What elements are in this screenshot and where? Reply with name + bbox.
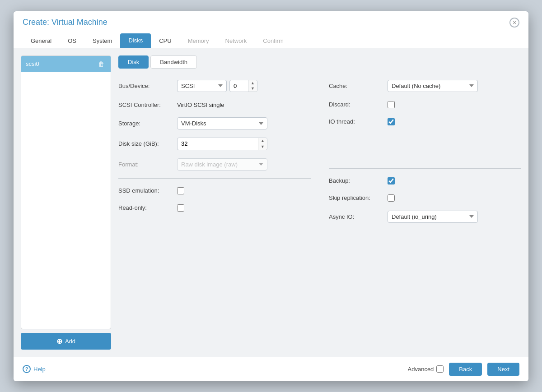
discard-label: Discard:	[329, 101, 388, 108]
disk-size-arrows: ▲ ▼	[258, 138, 267, 150]
device-number-input[interactable]	[230, 80, 248, 92]
field-scsi-controller: SCSI Controller: VirtIO SCSI single	[118, 96, 311, 113]
cache-select[interactable]: Default (No cache) No cache Write throug…	[388, 80, 478, 92]
tab-network: Network	[217, 33, 255, 48]
back-button[interactable]: Back	[449, 363, 482, 376]
tab-confirm: Confirm	[255, 33, 292, 48]
field-async-io: Async IO: Default (io_uring) io_uring na…	[329, 207, 521, 227]
skip-replication-checkbox[interactable]	[388, 194, 395, 202]
backup-checkbox[interactable]	[388, 177, 395, 184]
dialog-body: scsi0 🗑 ⊕ Add Disk Bandwidth	[14, 48, 528, 357]
dialog-footer: ? Help Advanced Back Next	[14, 357, 528, 381]
device-number-spinner[interactable]: ▲ ▼	[229, 80, 257, 92]
tab-disks[interactable]: Disks	[120, 33, 151, 48]
ssd-emulation-checkbox[interactable]	[177, 187, 184, 194]
storage-value: VM-Disks local local-lvm	[177, 117, 267, 129]
field-read-only: Read-only:	[118, 199, 311, 217]
right-config-col: Cache: Default (No cache) No cache Write…	[329, 76, 521, 350]
async-io-select[interactable]: Default (io_uring) io_uring native threa…	[388, 211, 478, 223]
device-down-arrow[interactable]: ▼	[248, 86, 257, 92]
bus-select[interactable]: SCSI IDE VirtIO Block SATA	[177, 80, 227, 92]
disk-size-down[interactable]: ▼	[258, 144, 267, 150]
skip-replication-label: Skip replication:	[329, 194, 388, 201]
field-format: Format: Raw disk image (raw)	[118, 154, 311, 175]
disk-list: scsi0 🗑	[21, 55, 111, 329]
scsi-controller-label: SCSI Controller:	[118, 101, 177, 108]
tab-memory: Memory	[180, 33, 217, 48]
disk-list-panel: scsi0 🗑 ⊕ Add	[21, 55, 111, 350]
tab-disk[interactable]: Disk	[118, 55, 149, 69]
discard-checkbox[interactable]	[388, 101, 395, 108]
field-backup: Backup:	[329, 172, 521, 189]
format-select[interactable]: Raw disk image (raw)	[177, 158, 267, 171]
disk-size-spinner[interactable]: ▲ ▼	[177, 138, 267, 150]
device-up-arrow[interactable]: ▲	[248, 80, 257, 86]
read-only-value	[177, 204, 184, 212]
io-thread-label: IO thread:	[329, 118, 388, 125]
device-spinner-arrows: ▲ ▼	[248, 80, 257, 92]
add-disk-button[interactable]: ⊕ Add	[21, 333, 111, 350]
ssd-emulation-label: SSD emulation:	[118, 187, 177, 194]
next-button[interactable]: Next	[487, 363, 519, 376]
async-io-label: Async IO:	[329, 213, 388, 220]
field-io-thread: IO thread:	[329, 113, 521, 130]
create-vm-dialog: Create: Virtual Machine × GeneralOSSyste…	[14, 11, 528, 381]
field-disk-size: Disk size (GiB): ▲ ▼	[118, 134, 311, 154]
plus-icon: ⊕	[56, 337, 62, 346]
tab-system[interactable]: System	[84, 33, 120, 48]
io-thread-checkbox[interactable]	[388, 118, 395, 125]
sub-tab-bar: Disk Bandwidth	[118, 55, 521, 69]
cache-label: Cache:	[329, 83, 388, 89]
cache-value: Default (No cache) No cache Write throug…	[388, 80, 478, 92]
tab-general[interactable]: General	[23, 33, 60, 48]
format-label: Format:	[118, 161, 177, 168]
footer-right: Advanced Back Next	[408, 363, 519, 376]
disk-config-panel: Disk Bandwidth Bus/Device: SCSI IDE Virt	[118, 55, 521, 350]
disk-size-label: Disk size (GiB):	[118, 140, 177, 147]
help-label: Help	[33, 366, 46, 373]
field-skip-replication: Skip replication:	[329, 189, 521, 207]
dialog-header: Create: Virtual Machine × GeneralOSSyste…	[14, 11, 528, 48]
advanced-row: Advanced	[408, 365, 444, 373]
read-only-checkbox[interactable]	[177, 204, 184, 212]
tab-bar: GeneralOSSystemDisksCPUMemoryNetworkConf…	[23, 33, 519, 48]
help-button[interactable]: ? Help	[23, 365, 46, 373]
close-button[interactable]: ×	[509, 18, 519, 28]
field-ssd-emulation: SSD emulation:	[118, 182, 311, 199]
disk-item-label: scsi0	[26, 60, 39, 67]
field-discard: Discard:	[329, 96, 521, 113]
field-cache: Cache: Default (No cache) No cache Write…	[329, 76, 521, 96]
bus-device-label: Bus/Device:	[118, 83, 177, 89]
skip-replication-value	[388, 194, 395, 202]
disk-size-value: ▲ ▼	[177, 138, 267, 150]
disk-size-input[interactable]	[178, 138, 258, 150]
help-icon: ?	[23, 365, 31, 373]
dialog-title: Create: Virtual Machine	[23, 18, 107, 27]
backup-value	[388, 177, 395, 184]
io-thread-value	[388, 118, 395, 125]
backup-label: Backup:	[329, 177, 388, 184]
storage-select[interactable]: VM-Disks local local-lvm	[177, 117, 267, 129]
tab-bandwidth[interactable]: Bandwidth	[150, 55, 197, 69]
advanced-label: Advanced	[408, 366, 434, 373]
format-value: Raw disk image (raw)	[177, 158, 267, 171]
tab-cpu[interactable]: CPU	[151, 33, 179, 48]
tab-os[interactable]: OS	[60, 33, 84, 48]
scsi-controller-value: VirtIO SCSI single	[177, 101, 224, 108]
add-disk-label: Add	[65, 338, 75, 345]
disk-size-up[interactable]: ▲	[258, 138, 267, 144]
field-bus-device: Bus/Device: SCSI IDE VirtIO Block SATA	[118, 76, 311, 97]
read-only-label: Read-only:	[118, 204, 177, 211]
advanced-checkbox[interactable]	[436, 365, 444, 373]
storage-label: Storage:	[118, 120, 177, 127]
bus-device-value: SCSI IDE VirtIO Block SATA ▲ ▼	[177, 80, 257, 92]
field-storage: Storage: VM-Disks local local-lvm	[118, 113, 311, 134]
async-io-value: Default (io_uring) io_uring native threa…	[388, 211, 478, 223]
left-config-col: Bus/Device: SCSI IDE VirtIO Block SATA	[118, 76, 311, 350]
disk-delete-button[interactable]: 🗑	[96, 60, 106, 69]
discard-value	[388, 101, 395, 108]
disk-item-scsi0[interactable]: scsi0 🗑	[21, 56, 111, 72]
ssd-emulation-value	[177, 187, 184, 194]
